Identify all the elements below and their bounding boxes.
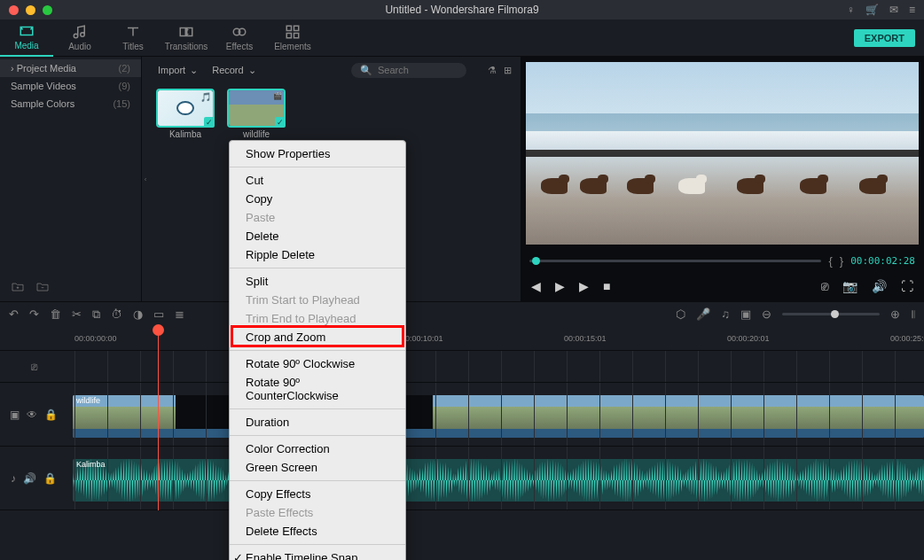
- tab-effects[interactable]: Effects: [213, 19, 266, 57]
- speed-icon[interactable]: ⏱: [111, 307, 122, 321]
- preview-timecode: 00:00:02:28: [850, 255, 915, 267]
- mark-out[interactable]: }: [840, 254, 843, 268]
- ctx-paste: Paste: [230, 208, 405, 227]
- maximize-window[interactable]: [43, 5, 52, 15]
- ctx-cut[interactable]: Cut: [230, 171, 405, 190]
- media-sidebar: › Project Media(2) Sample Videos(9) Samp…: [0, 57, 142, 301]
- tab-media[interactable]: Media: [0, 19, 53, 57]
- prev-frame[interactable]: ◀: [531, 279, 541, 293]
- settings-icon[interactable]: ≣: [175, 307, 184, 321]
- tab-audio[interactable]: Audio: [53, 19, 106, 57]
- ctx-duration[interactable]: Duration: [230, 413, 405, 432]
- zoom-out-icon[interactable]: ⊖: [762, 307, 771, 321]
- timeline-toolbar: ↶ ↷ 🗑 ✂ ⧉ ⏱ ◑ ▭ ≣ ⬡ 🎤 ♫ ▣ ⊖ ⊕ ⦀: [0, 301, 924, 326]
- visibility-icon[interactable]: 👁: [27, 408, 37, 421]
- account-icon[interactable]: ♀: [847, 4, 855, 16]
- stop-button[interactable]: ■: [603, 279, 610, 293]
- timeline: 00:00:00:00 00:00:05:01 00:00:10:01 00:0…: [0, 326, 924, 510]
- new-folder-icon[interactable]: [11, 280, 25, 294]
- ctx-green-screen[interactable]: Green Screen: [230, 458, 405, 477]
- context-menu: Show PropertiesCutCopyPasteDeleteRipple …: [229, 140, 406, 560]
- tab-elements[interactable]: Elements: [266, 19, 319, 57]
- filter-icon[interactable]: ⚗: [488, 65, 497, 76]
- collapse-sidebar[interactable]: ‹: [142, 57, 149, 301]
- color-icon[interactable]: ◑: [133, 307, 143, 321]
- ctx-delete[interactable]: Delete: [230, 227, 405, 245]
- ctx-enable-timeline-snap[interactable]: Enable Timeline Snap: [230, 548, 405, 560]
- import-dropdown[interactable]: Import ⌄: [158, 65, 198, 76]
- ctx-paste-effects: Paste Effects: [230, 503, 405, 522]
- tab-transitions[interactable]: Transitions: [160, 19, 213, 57]
- green-icon[interactable]: ▭: [153, 307, 164, 321]
- ctx-show-properties[interactable]: Show Properties: [230, 144, 405, 163]
- media-thumb-kalimba[interactable]: ✓ Kalimba: [158, 90, 213, 139]
- close-window[interactable]: [9, 5, 19, 15]
- primary-tabs: Media Audio Titles Transitions Effects E…: [0, 19, 924, 57]
- crop-icon[interactable]: ⧉: [92, 307, 100, 322]
- zoom-in-icon[interactable]: ⊕: [890, 307, 900, 321]
- volume-icon[interactable]: 🔊: [872, 279, 887, 293]
- track-options-icon[interactable]: ⎚: [31, 361, 37, 373]
- titlebar: Untitled - Wondershare Filmora9 ♀ 🛒 ✉ ≡: [0, 0, 924, 19]
- record-dropdown[interactable]: Record ⌄: [212, 65, 255, 76]
- zoom-slider[interactable]: [782, 313, 880, 315]
- delete-folder-icon[interactable]: [35, 280, 50, 294]
- mic-icon[interactable]: 🎤: [696, 307, 710, 321]
- search-icon: 🔍: [360, 65, 372, 76]
- audio-track-icon[interactable]: ♪: [11, 472, 16, 485]
- redo-icon[interactable]: ↷: [29, 307, 39, 321]
- svg-point-6: [177, 102, 193, 114]
- window-title: Untitled - Wondershare Filmora9: [385, 4, 538, 16]
- ctx-split[interactable]: Split: [230, 272, 405, 291]
- search-box[interactable]: 🔍: [351, 63, 466, 78]
- delete-icon[interactable]: 🗑: [50, 307, 61, 321]
- ctx-delete-effects[interactable]: Delete Effects: [230, 522, 405, 541]
- svg-rect-2: [286, 26, 291, 30]
- lock-icon[interactable]: 🔒: [44, 408, 58, 421]
- timeline-ruler[interactable]: 00:00:00:00 00:00:05:01 00:00:10:01 00:0…: [0, 326, 924, 351]
- camera-icon[interactable]: 📷: [842, 279, 857, 293]
- fullscreen-icon[interactable]: ⛶: [901, 279, 913, 293]
- sidebar-item-sample-videos[interactable]: Sample Videos(9): [0, 77, 141, 95]
- search-input[interactable]: [378, 65, 458, 75]
- play-button[interactable]: ▶: [579, 279, 589, 293]
- svg-rect-3: [294, 26, 299, 30]
- video-track-icon[interactable]: ▣: [10, 408, 20, 421]
- playhead[interactable]: [158, 326, 159, 510]
- mute-icon[interactable]: 🔊: [23, 472, 36, 485]
- preview-viewport[interactable]: [526, 62, 919, 245]
- ctx-trim-end-to-playhead: Trim End to Playhead: [230, 309, 405, 328]
- cart-icon[interactable]: 🛒: [865, 4, 879, 16]
- media-thumb-wildlife[interactable]: ✓ wildlife: [229, 90, 284, 139]
- preview-panel: { } 00:00:02:28 ◀ ▶ ▶ ■ ⎚ 📷 🔊 ⛶: [521, 57, 924, 301]
- ctx-copy-effects[interactable]: Copy Effects: [230, 485, 405, 503]
- ctx-crop-and-zoom[interactable]: Crop and Zoom: [230, 328, 405, 346]
- ctx-ripple-delete[interactable]: Ripple Delete: [230, 245, 405, 264]
- minimize-window[interactable]: [26, 5, 35, 15]
- play-reverse[interactable]: ▶: [555, 279, 565, 293]
- mixer-icon[interactable]: ♫: [721, 307, 730, 321]
- fit-icon[interactable]: ⦀: [911, 307, 915, 322]
- render-icon[interactable]: ▣: [740, 307, 751, 321]
- ctx-trim-start-to-playhead: Trim Start to Playhead: [230, 291, 405, 309]
- grid-view-icon[interactable]: ⊞: [504, 65, 512, 76]
- sidebar-item-sample-colors[interactable]: Sample Colors(15): [0, 95, 141, 113]
- ctx-rotate-90-counterclockwise[interactable]: Rotate 90º CounterClockwise: [230, 373, 405, 405]
- mark-in[interactable]: {: [828, 254, 832, 268]
- svg-rect-4: [286, 34, 291, 38]
- tab-titles[interactable]: Titles: [106, 19, 160, 57]
- sidebar-item-project-media[interactable]: › Project Media(2): [0, 59, 141, 77]
- ctx-rotate-90-clockwise[interactable]: Rotate 90º Clockwise: [230, 354, 405, 373]
- undo-icon[interactable]: ↶: [9, 307, 19, 321]
- preview-seek[interactable]: [529, 260, 821, 262]
- lock-audio-icon[interactable]: 🔒: [43, 472, 57, 485]
- screenshot-icon[interactable]: ⎚: [821, 279, 828, 293]
- menu-icon[interactable]: ≡: [909, 4, 915, 16]
- marker-icon[interactable]: ⬡: [676, 307, 685, 321]
- mail-icon[interactable]: ✉: [889, 4, 898, 16]
- export-button[interactable]: EXPORT: [854, 29, 915, 47]
- svg-rect-5: [294, 34, 299, 38]
- cut-icon[interactable]: ✂: [72, 307, 82, 321]
- ctx-copy[interactable]: Copy: [230, 190, 405, 208]
- ctx-color-correction[interactable]: Color Correction: [230, 439, 405, 458]
